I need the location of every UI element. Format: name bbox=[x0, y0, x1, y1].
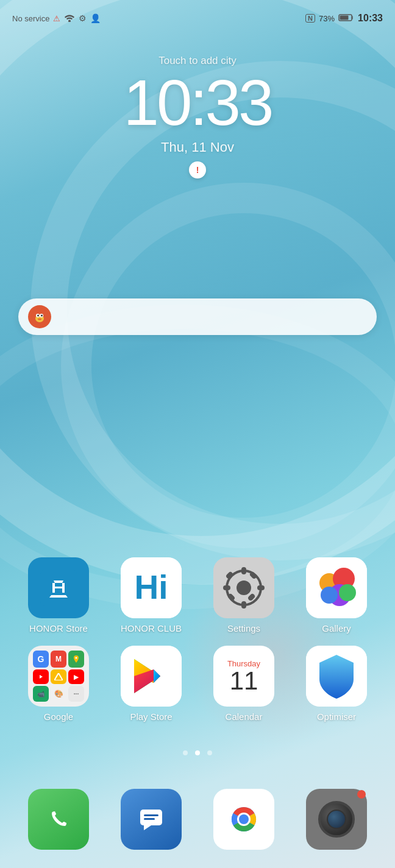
honor-club-icon: Hi bbox=[121, 557, 182, 618]
notification-dot[interactable] bbox=[189, 161, 206, 178]
battery-percent: 73% bbox=[319, 14, 335, 23]
honor-store-label: HONOR Store bbox=[29, 623, 88, 633]
svg-point-7 bbox=[41, 315, 43, 317]
app-settings[interactable]: Settings bbox=[204, 557, 283, 633]
dock-messages[interactable] bbox=[121, 789, 182, 850]
page-dot-1[interactable] bbox=[183, 750, 188, 755]
gallery-label: Gallery bbox=[322, 623, 351, 633]
wifi-icon bbox=[64, 13, 75, 24]
app-honor-store[interactable]: HONOR Store bbox=[19, 557, 98, 633]
svg-point-42 bbox=[239, 814, 249, 824]
settings-label: Settings bbox=[227, 623, 260, 633]
clock-area: Touch to add city 10:33 Thu, 11 Nov bbox=[0, 55, 395, 178]
dock-chrome[interactable] bbox=[213, 789, 274, 850]
status-bar: No service ⚠ ⚙ 👤 N 73% 10:33 bbox=[0, 0, 395, 37]
app-row-2: G M bbox=[12, 646, 383, 722]
app-calendar[interactable]: Thursday 11 Calendar bbox=[204, 646, 283, 722]
status-left: No service ⚠ ⚙ 👤 bbox=[12, 13, 101, 24]
honor-store-icon bbox=[28, 557, 89, 618]
calendar-day-num: 11 bbox=[230, 668, 258, 694]
user-icon: 👤 bbox=[90, 13, 101, 23]
google-label: Google bbox=[44, 711, 73, 722]
camera-red-dot bbox=[357, 790, 366, 799]
optimiser-icon bbox=[306, 646, 367, 707]
google-folder-icon: G M bbox=[28, 646, 89, 707]
gear-icon: ⚙ bbox=[79, 13, 87, 23]
svg-rect-1 bbox=[340, 15, 349, 19]
status-right: N 73% 10:33 bbox=[305, 13, 383, 24]
svg-rect-37 bbox=[144, 818, 155, 820]
app-honor-club[interactable]: Hi HONOR CLUB bbox=[112, 557, 191, 633]
page-dot-2[interactable] bbox=[195, 750, 200, 755]
battery-icon bbox=[338, 13, 354, 24]
nfc-icon: N bbox=[305, 14, 315, 23]
dock-camera[interactable] bbox=[306, 789, 367, 850]
svg-text:Hi: Hi bbox=[135, 568, 168, 606]
svg-point-8 bbox=[38, 319, 41, 320]
clock-date: Thu, 11 Nov bbox=[161, 139, 234, 155]
svg-point-14 bbox=[237, 580, 251, 595]
app-row-1: HONOR Store Hi HONOR CLUB bbox=[12, 557, 383, 633]
svg-rect-15 bbox=[241, 567, 246, 574]
svg-rect-35 bbox=[140, 810, 162, 825]
svg-marker-32 bbox=[54, 673, 63, 680]
camera-lens-icon bbox=[318, 801, 355, 838]
search-bar[interactable] bbox=[18, 298, 377, 335]
svg-rect-18 bbox=[257, 585, 265, 590]
gallery-icon bbox=[306, 557, 367, 618]
honor-club-label: HONOR CLUB bbox=[121, 623, 182, 633]
app-play-store[interactable]: Play Store bbox=[112, 646, 191, 722]
no-service-text: No service bbox=[12, 14, 49, 23]
calendar-icon: Thursday 11 bbox=[213, 646, 274, 707]
page-dots bbox=[0, 750, 395, 755]
play-store-icon bbox=[121, 646, 182, 707]
warning-icon: ⚠ bbox=[53, 14, 60, 23]
page-dot-3[interactable] bbox=[207, 750, 212, 755]
app-optimiser[interactable]: Optimiser bbox=[297, 646, 376, 722]
weather-prompt[interactable]: Touch to add city bbox=[158, 55, 237, 67]
play-store-label: Play Store bbox=[130, 711, 172, 722]
clock-display: 10:33 bbox=[124, 71, 272, 135]
dock-phone[interactable] bbox=[28, 789, 89, 850]
optimiser-label: Optimiser bbox=[317, 711, 356, 722]
svg-rect-16 bbox=[241, 601, 246, 609]
calendar-label: Calendar bbox=[226, 711, 263, 722]
svg-point-27 bbox=[321, 587, 338, 604]
app-google[interactable]: G M bbox=[19, 646, 98, 722]
dock bbox=[0, 789, 395, 850]
clock-status: 10:33 bbox=[358, 13, 383, 24]
svg-rect-17 bbox=[223, 585, 230, 590]
duckduckgo-icon bbox=[28, 305, 51, 328]
app-gallery[interactable]: Gallery bbox=[297, 557, 376, 633]
settings-icon bbox=[213, 557, 274, 618]
svg-rect-36 bbox=[144, 814, 158, 816]
app-grid: HONOR Store Hi HONOR CLUB bbox=[0, 557, 395, 734]
svg-point-29 bbox=[76, 657, 77, 659]
svg-point-28 bbox=[339, 584, 356, 601]
svg-point-6 bbox=[37, 315, 39, 317]
